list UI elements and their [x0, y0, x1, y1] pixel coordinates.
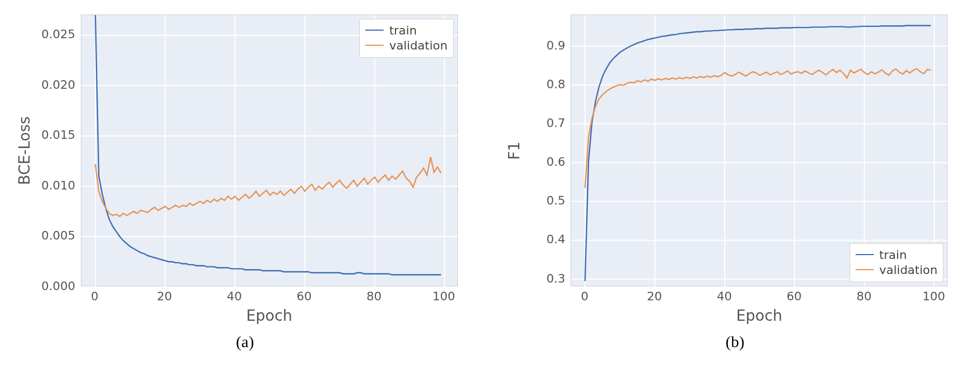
ytick-label: 0.020 [41, 79, 75, 91]
yaxis-label: BCE-Loss [16, 116, 33, 185]
subplot-b-cell: 0204060801000.30.40.50.60.70.80.9EpochF1… [490, 0, 981, 366]
ytick-label: 0.3 [546, 273, 565, 285]
figure-container: 0204060801000.0000.0050.0100.0150.0200.0… [0, 0, 980, 366]
xtick-label: 0 [91, 291, 99, 302]
xtick-label: 80 [857, 291, 872, 302]
subplot-a-cell: 0204060801000.0000.0050.0100.0150.0200.0… [0, 0, 490, 366]
legend-label: train [879, 248, 907, 262]
xtick-label: 100 [433, 291, 455, 302]
xtick-label: 100 [922, 291, 945, 302]
xtick-label: 20 [157, 291, 172, 302]
ytick-label: 0.025 [41, 29, 75, 40]
ytick-label: 0.010 [41, 180, 75, 192]
legend-entry-validation: validation [365, 38, 447, 53]
legend-entry-train: train [365, 23, 447, 38]
subplot-a: 0204060801000.0000.0050.0100.0150.0200.0… [22, 6, 469, 329]
series-validation [585, 69, 931, 188]
yaxis-label: F1 [505, 142, 523, 160]
xtick-label: 0 [581, 291, 588, 302]
xaxis-label: Epoch [246, 307, 293, 325]
legend-swatch [365, 45, 384, 46]
ytick-label: 0.9 [546, 40, 565, 52]
series-train [585, 25, 931, 281]
legend-swatch [365, 30, 384, 31]
ytick-label: 0.5 [546, 195, 565, 207]
ytick-label: 0.7 [546, 117, 565, 129]
xtick-label: 80 [366, 291, 381, 302]
legend-label: validation [389, 39, 447, 52]
legend-label: train [389, 24, 416, 37]
legend-entry-validation: validation [856, 262, 937, 277]
ytick-label: 0.015 [41, 129, 75, 141]
xtick-label: 60 [297, 291, 312, 302]
ytick-label: 0.6 [546, 156, 565, 168]
xtick-label: 40 [717, 291, 732, 302]
subplot-b-caption: (b) [726, 333, 745, 351]
ytick-label: 0.005 [41, 230, 75, 242]
xaxis-label: Epoch [736, 307, 782, 325]
ytick-label: 0.8 [546, 79, 565, 90]
legend-swatch [856, 254, 874, 255]
legend-swatch [856, 269, 874, 270]
legend-label: validation [879, 263, 937, 277]
xtick-label: 60 [787, 291, 802, 302]
subplot-a-caption: (a) [236, 333, 254, 351]
subplot-b: 0204060801000.30.40.50.60.70.80.9EpochF1… [511, 6, 958, 329]
xtick-label: 40 [227, 291, 242, 302]
legend-entry-train: train [856, 247, 937, 262]
ytick-label: 0.000 [41, 280, 75, 292]
legend: trainvalidation [359, 19, 453, 58]
legend: trainvalidation [850, 243, 943, 282]
ytick-label: 0.4 [546, 234, 565, 245]
xtick-label: 20 [647, 291, 662, 302]
